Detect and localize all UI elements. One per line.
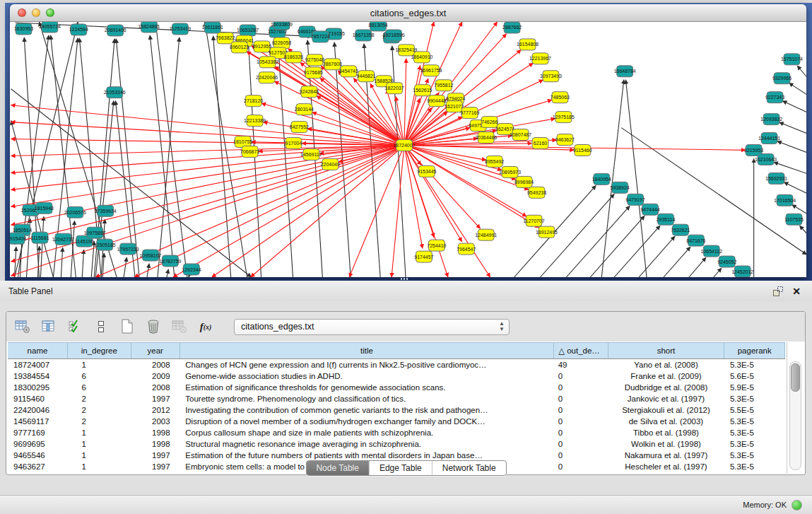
memory-status-led-icon[interactable] [792, 500, 802, 510]
graph-node[interactable]: 1224594 [69, 24, 88, 35]
minimize-window-button[interactable] [32, 8, 40, 17]
graph-node[interactable]: 16961758 [420, 65, 442, 76]
graph-edge[interactable] [116, 39, 139, 277]
table-row[interactable]: 969969511998Structural magnetic resonanc… [8, 438, 785, 450]
graph-edge[interactable] [404, 22, 434, 146]
graph-edge[interactable] [799, 226, 806, 233]
graph-edge[interactable] [664, 247, 690, 277]
graph-node[interactable]: 2935114 [657, 214, 676, 225]
graph-node[interactable]: 18912495 [536, 226, 558, 238]
graph-node[interactable]: 15751074 [781, 54, 803, 65]
graph-node[interactable]: 7485063 [551, 92, 570, 103]
graph-node[interactable]: 20206576 [64, 206, 86, 218]
network-window-titlebar[interactable]: citations_edges.txt [10, 4, 806, 22]
table-row[interactable]: 911546021997Tourette syndrome. Phenomeno… [8, 393, 785, 404]
graph-node[interactable]: 22420046 [256, 72, 278, 83]
graph-edge[interactable] [614, 226, 660, 277]
graph-node[interactable]: 11253419 [170, 23, 192, 35]
graph-node[interactable]: 12093832 [760, 114, 782, 125]
graph-edge[interactable] [392, 46, 406, 277]
graph-node[interactable]: 19218596 [383, 30, 405, 41]
graph-edge[interactable] [784, 182, 806, 194]
graph-node[interactable]: 12975185 [553, 112, 575, 123]
select-columns-icon[interactable] [66, 317, 84, 336]
graph-node[interactable]: 9153445 [417, 165, 436, 177]
graph-node[interactable]: 10653287 [237, 25, 259, 36]
graph-node[interactable]: 1822037 [384, 83, 404, 94]
close-panel-icon[interactable]: ✕ [792, 286, 801, 296]
table-row[interactable]: 1456911722003Disruption of a novel membe… [8, 416, 785, 427]
graph-node[interactable]: 9463627 [555, 134, 575, 146]
graph-node[interactable]: 16033809 [271, 22, 293, 30]
graph-node[interactable]: 7254410 [427, 240, 446, 251]
column-header-3[interactable]: title [180, 343, 553, 359]
graph-node[interactable]: 12213967 [529, 53, 551, 64]
graph-node[interactable]: 6479197 [626, 194, 645, 205]
graph-node[interactable]: 12484991 [475, 229, 497, 240]
graph-node[interactable]: 18724007 [394, 140, 416, 151]
graph-edge[interactable] [792, 205, 806, 214]
graph-node[interactable]: 16154808 [517, 39, 539, 50]
column-header-1[interactable]: in_degree [67, 343, 131, 359]
graph-node[interactable]: 3915408 [10, 233, 26, 244]
graph-node[interactable]: 8955492 [485, 156, 504, 167]
graph-edge[interactable] [789, 83, 806, 94]
table-row[interactable]: 977716911998Corpus callosum shape and si… [8, 427, 785, 438]
graph-node[interactable]: 17016504 [774, 194, 796, 206]
scrollbar-thumb[interactable] [791, 363, 800, 392]
graph-node[interactable]: 16210643 [755, 153, 777, 165]
graph-node[interactable]: 1815948 [35, 202, 54, 214]
graph-node[interactable]: 21053346 [104, 87, 126, 98]
graph-node[interactable]: 12444151 [758, 133, 780, 144]
graph-node[interactable]: 8427552 [290, 122, 309, 133]
table-row[interactable]: 1830029562008Estimation of significance … [8, 382, 785, 393]
show-columns-icon[interactable] [40, 317, 58, 336]
graph-edge[interactable] [11, 146, 404, 173]
column-header-4[interactable]: △ out_de… [554, 343, 608, 359]
zoom-window-button[interactable] [46, 8, 54, 17]
graph-edge[interactable] [11, 121, 54, 277]
graph-node[interactable]: 16648784 [614, 66, 636, 77]
graph-node[interactable]: 18640910 [411, 52, 433, 63]
float-panel-icon[interactable] [772, 286, 784, 297]
graph-node[interactable]: 9275048 [305, 54, 324, 66]
graph-node[interactable]: 12505185 [94, 239, 116, 250]
graph-node[interactable]: 2887662 [502, 22, 522, 33]
split-pane-handle[interactable] [401, 278, 408, 280]
graph-edge[interactable] [124, 257, 126, 277]
delete-column-icon[interactable] [144, 317, 163, 336]
graph-node[interactable]: 8813054 [369, 22, 388, 31]
table-row[interactable]: 1938455462009Genome-wide association stu… [8, 370, 785, 382]
graph-node[interactable]: 10975887 [84, 227, 106, 238]
network-canvas[interactable]: 1630953240557241224594206914061582486111… [10, 22, 806, 277]
graph-node[interactable]: 24055724 [39, 22, 61, 33]
graph-node[interactable]: 2204049 [321, 158, 340, 170]
tab-node-table[interactable]: Node Table [306, 461, 370, 475]
graph-node[interactable]: 1840954 [592, 173, 611, 185]
graph-edge[interactable] [392, 146, 404, 277]
graph-node[interactable]: 15692931 [765, 173, 787, 184]
column-header-5[interactable]: short [608, 343, 724, 359]
graph-edge[interactable] [621, 128, 806, 255]
graph-node[interactable]: 10611861 [202, 22, 224, 33]
graph-node[interactable]: 15824861 [139, 22, 160, 33]
graph-node[interactable]: 9777169 [460, 107, 479, 119]
table-selector-dropdown[interactable]: citations_edges.txt ▲▼ [234, 319, 510, 335]
column-header-6[interactable]: pagerank [724, 343, 785, 359]
graph-node[interactable]: 1107535 [784, 214, 804, 225]
graph-node[interactable]: 10654112 [701, 245, 723, 257]
graph-node[interactable]: 7632621 [671, 224, 690, 235]
graph-node[interactable]: 9242848 [300, 86, 319, 98]
graph-edge[interactable] [797, 66, 806, 77]
graph-node[interactable]: 1292344 [182, 264, 201, 275]
graph-node[interactable]: 16671358 [353, 30, 375, 41]
graph-node[interactable]: 9227343 [765, 92, 784, 103]
graph-edge[interactable] [155, 22, 187, 277]
graph-edge[interactable] [40, 216, 43, 277]
graph-node[interactable]: 10958107 [140, 250, 162, 261]
table-mode-icon[interactable] [13, 317, 32, 336]
graph-node[interactable]: 9329966 [772, 73, 792, 84]
graph-edge[interactable] [404, 146, 481, 229]
graph-edge[interactable] [150, 35, 175, 277]
graph-node[interactable]: 9115460 [573, 145, 592, 156]
